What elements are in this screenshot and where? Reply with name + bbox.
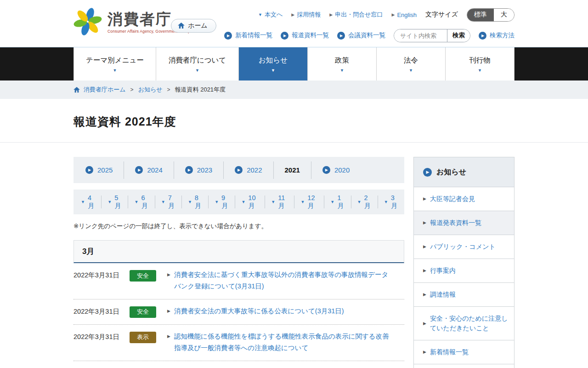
year-tab-2020[interactable]: ▶2020 [311,161,361,179]
news-link: ▶消費者安全法の重大事故等に係る公表について(3月31日) [167,305,344,317]
year-tab-2022[interactable]: ▶2022 [223,161,273,179]
home-button[interactable]: ホーム [171,19,216,33]
news-category-badge: 安全 [130,270,156,282]
nav-tab-政策[interactable]: 政策▼ [308,47,377,80]
year-tab-label: 2025 [97,166,113,174]
arrow-down-icon: ▼ [188,200,192,204]
nav-tab-刊行物[interactable]: 刊行物▼ [446,47,514,80]
search-button[interactable]: 検索 [447,29,470,42]
year-tab-2023[interactable]: ▶2023 [174,161,223,179]
month-links: ▼4月▼5月▼6月▼7月▼8月▼9月▼10月▼11月▼12月▼1月▼2月▼3月 [74,190,404,214]
font-size-option-大[interactable]: 大 [494,9,514,21]
month-link-label: 6月 [141,194,148,210]
month-link-10月[interactable]: ▼10月 [235,196,265,208]
pinwheel-logo-icon [74,7,102,36]
arrow-down-icon: ▼ [134,200,138,204]
month-link-9月[interactable]: ▼9月 [208,196,235,208]
year-tab-2024[interactable]: ▶2024 [124,161,173,179]
news-date: 2022年3月31日 [74,305,130,316]
sidebar-item-リコール情報[interactable]: ▶リコール情報 [414,364,514,368]
sidebar-item-大臣等記者会見[interactable]: ▶大臣等記者会見 [414,187,514,211]
quick-link-会議資料一覧[interactable]: ▶会議資料一覧 [337,31,385,40]
breadcrumb-home-icon[interactable] [74,87,80,93]
year-tab-label: 2020 [334,166,350,174]
arrow-right-icon: ▶ [167,309,170,313]
arrow-down-icon: ▼ [81,200,85,204]
nav-tab-消費者庁について[interactable]: 消費者庁について▼ [156,47,239,80]
arrow-right-icon: ▶ [423,350,426,354]
arrow-down-icon: ▼ [241,200,245,204]
quick-link-報道資料一覧[interactable]: ▶報道資料一覧 [281,31,329,40]
news-row: 2022年3月28日制度▶消費者被害防止ネットワーク東海とひかり協同法律事務所と… [74,361,404,368]
month-link-4月[interactable]: ▼4月 [74,196,101,208]
sidebar-item-調達情報[interactable]: ▶調達情報 [414,282,514,306]
month-link-label: 9月 [221,194,229,210]
chevron-down-icon: ▼ [271,69,275,73]
month-link-1月[interactable]: ▼1月 [324,196,351,208]
arrow-down-icon: ▼ [271,200,275,204]
quick-link-label: 新着情報一覧 [235,31,272,40]
month-link-label: 12月 [307,194,318,210]
month-link-label: 3月 [391,194,398,210]
quick-link-新着情報一覧[interactable]: ▶新着情報一覧 [224,31,272,40]
arrow-right-icon: ▶ [423,245,426,249]
month-link-2月[interactable]: ▼2月 [351,196,378,208]
month-link-6月[interactable]: ▼6月 [128,196,154,208]
month-link-5月[interactable]: ▼5月 [101,196,128,208]
month-link-11月[interactable]: ▼11月 [265,196,294,208]
month-link-3月[interactable]: ▼3月 [378,196,404,208]
chevron-down-icon: ▼ [409,69,413,73]
circle-arrow-icon: ▶ [281,32,288,40]
news-title-link[interactable]: 認知機能に係る機能性を標ぼうする機能性表示食品の表示に関する改善指導及び一般消費… [174,331,394,354]
sidebar-item-新着情報一覧[interactable]: ▶新着情報一覧 [414,340,514,364]
sidebar-item-安全・安心のために注意していただきたいこと[interactable]: ▶安全・安心のために注意していただきたいこと [414,306,514,340]
month-link-label: 1月 [337,194,345,210]
month-link-label: 4月 [88,194,95,210]
utility-link-申出・問合せ窓口[interactable]: ▶申出・問合せ窓口 [329,11,383,19]
arrow-right-icon: ▶ [391,12,395,17]
arrow-down-icon: ▼ [161,200,165,204]
news-row: 2022年3月31日安全▶消費者安全法の重大事故等に係る公表について(3月31日… [74,299,404,325]
news-title-link[interactable]: 消費者安全法の重大事故等に係る公表について(3月31日) [174,305,344,317]
utility-link-採用情報[interactable]: ▶採用情報 [291,11,321,19]
utility-link-本文へ[interactable]: ▼本文へ [258,11,283,19]
search-input[interactable] [394,29,447,42]
arrow-right-icon: ▶ [423,197,426,201]
breadcrumb-link-消費者庁ホーム[interactable]: 消費者庁ホーム [84,86,126,93]
breadcrumb-link-お知らせ[interactable]: お知らせ [138,86,163,93]
sidebar-item-label: 行事案内 [430,266,456,276]
nav-tab-お知らせ[interactable]: お知らせ▼ [239,47,308,80]
nav-tab-label: 消費者庁について [169,56,226,65]
search-help-link[interactable]: ▶検索方法 [479,31,514,40]
arrow-right-icon: ▶ [423,293,426,297]
nav-tab-法令[interactable]: 法令▼ [377,47,446,80]
news-date: 2022年3月31日 [74,331,130,341]
sidebar-item-label: 新着情報一覧 [430,347,469,357]
month-link-8月[interactable]: ▼8月 [181,196,208,208]
month-link-7月[interactable]: ▼7月 [155,196,181,208]
news-title-link[interactable]: 消費者安全法に基づく重大事故等以外の消費者事故等の事故情報データバンク登録につい… [174,269,394,293]
quick-links-row: ▶新着情報一覧▶報道資料一覧▶会議資料一覧検索▶検索方法 [224,29,514,42]
year-tab-label: 2023 [197,166,212,174]
font-size-option-標準[interactable]: 標準 [467,9,494,21]
utility-link-English[interactable]: ▶English [391,12,417,18]
year-tabs: ▶2025▶2024▶2023▶20222021▶2020 [74,157,404,183]
title-band: 報道資料 2021年度 [0,99,588,143]
nav-tab-label: 刊行物 [469,56,491,65]
arrow-right-icon: ▶ [291,12,294,17]
arrow-right-icon: ▶ [423,221,426,225]
circle-arrow-icon: ▶ [235,166,243,174]
month-link-12月[interactable]: ▼12月 [294,196,324,208]
breadcrumb-separator: > [130,86,134,93]
news-category-badge: 表示 [130,332,156,343]
arrow-down-icon: ▼ [300,200,305,204]
year-tab-2025[interactable]: ▶2025 [74,161,124,179]
sidebar-item-行事案内[interactable]: ▶行事案内 [414,259,514,282]
sidebar-item-報道発表資料一覧[interactable]: ▶報道発表資料一覧 [414,211,514,235]
nav-tab-label: 法令 [404,56,418,65]
quick-link-label: 会議資料一覧 [348,31,385,40]
arrow-down-icon: ▼ [258,12,262,17]
sidebar-item-パブリック・コメント[interactable]: ▶パブリック・コメント [414,235,514,259]
nav-tab-テーマ別メニュー[interactable]: テーマ別メニュー▼ [74,47,156,80]
news-date: 2022年3月31日 [74,269,130,280]
